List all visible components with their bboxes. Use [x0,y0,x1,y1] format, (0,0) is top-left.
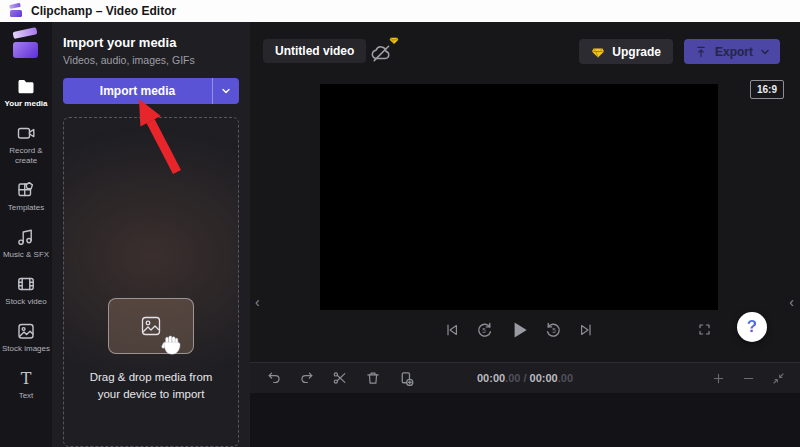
sidebar-item-label: Your media [5,99,48,109]
play-button[interactable] [508,319,530,341]
import-panel-subtitle: Videos, audio, images, GIFs [63,54,239,66]
video-camera-icon [16,123,36,143]
sidebar-item-stock-images[interactable]: Stock images [0,314,52,361]
gem-icon [591,45,605,59]
sidebar-item-label: Text [19,391,34,401]
question-mark-icon: ? [747,317,757,337]
sidebar-item-stock-video[interactable]: Stock video [0,267,52,314]
time-current-frac: .00 [505,372,520,384]
split-scissors-icon[interactable] [332,370,348,386]
import-media-panel: Import your media Videos, audio, images,… [52,22,250,447]
time-total-frac: .00 [558,372,573,384]
timeline-tracks-area[interactable] [250,393,800,447]
drag-hand-icon [159,332,185,358]
upgrade-button[interactable]: Upgrade [579,39,673,64]
templates-icon [16,180,36,200]
collapse-panel-right-icon[interactable]: ‹ [785,292,798,312]
upload-icon [694,45,708,59]
import-media-button[interactable]: Import media [63,78,212,104]
dropzone-instructions: Drag & drop media from your device to im… [64,369,238,404]
music-note-icon [16,227,36,247]
sidebar-item-label: Music & SFX [3,250,49,260]
clipchamp-app-logo [12,31,40,58]
svg-text:T: T [21,369,32,388]
sidebar-item-record-create[interactable]: Record & create [0,116,52,173]
undo-icon[interactable] [266,370,282,386]
folder-icon [16,76,36,96]
upgrade-label: Upgrade [612,45,661,59]
zoom-out-icon[interactable] [741,371,756,386]
aspect-ratio-badge[interactable]: 16:9 [750,80,784,99]
forward-5s-icon[interactable]: 5 [545,321,563,339]
redo-icon[interactable] [299,370,315,386]
duplicate-clip-icon[interactable] [398,370,415,387]
chevron-down-icon [760,47,770,57]
text-tool-icon: T [16,368,36,388]
fullscreen-icon[interactable] [697,322,712,337]
window-titlebar: Clipchamp – Video Editor [0,0,800,22]
sidebar-item-music-sfx[interactable]: Music & SFX [0,220,52,267]
sidebar-nav: Your media Record & create Templates Mus… [0,22,52,447]
project-title-field[interactable]: Untitled video [263,39,366,63]
sidebar-item-your-media[interactable]: Your media [0,69,52,116]
zoom-in-icon[interactable] [711,371,726,386]
playback-controls: 5 5 [320,319,718,341]
rewind-5s-icon[interactable]: 5 [475,321,493,339]
timecode-display: 00:00.00 / 00:00.00 [477,372,573,384]
export-label: Export [715,45,753,59]
sidebar-item-label: Stock images [2,344,50,354]
time-separator: / [520,372,529,384]
timeline-toolbar: 00:00.00 / 00:00.00 [250,362,800,393]
cloud-backup-off-icon[interactable] [370,42,392,64]
media-dropzone[interactable]: Drag & drop media from your device to im… [63,117,239,447]
time-current: 00:00 [477,372,505,384]
window-title: Clipchamp – Video Editor [31,4,176,18]
clipchamp-logo-icon [10,5,23,17]
collapse-panel-left-icon[interactable]: ‹ [251,292,264,312]
image-icon [16,321,36,341]
video-preview-canvas[interactable] [320,84,718,310]
skip-to-start-icon[interactable] [444,322,460,338]
export-button[interactable]: Export [684,39,780,64]
svg-text:5: 5 [482,327,486,334]
sidebar-item-label: Stock video [5,297,46,307]
delete-trash-icon[interactable] [365,370,381,386]
premium-gem-badge-icon [389,35,399,45]
skip-to-end-icon[interactable] [578,322,594,338]
help-button[interactable]: ? [737,312,767,342]
film-strip-icon [16,274,36,294]
chevron-down-icon [221,86,231,96]
zoom-to-fit-icon[interactable] [771,371,786,386]
sidebar-item-templates[interactable]: Templates [0,173,52,220]
editor-main-area: Untitled video Upgrade Export 16:9 5 [250,22,800,447]
sidebar-item-label: Record & create [1,146,51,166]
sidebar-item-text[interactable]: T Text [0,361,52,408]
svg-text:5: 5 [552,327,556,334]
import-panel-title: Import your media [63,35,239,50]
time-total: 00:00 [530,372,558,384]
sidebar-item-label: Templates [8,203,44,213]
import-media-dropdown-button[interactable] [212,78,239,104]
